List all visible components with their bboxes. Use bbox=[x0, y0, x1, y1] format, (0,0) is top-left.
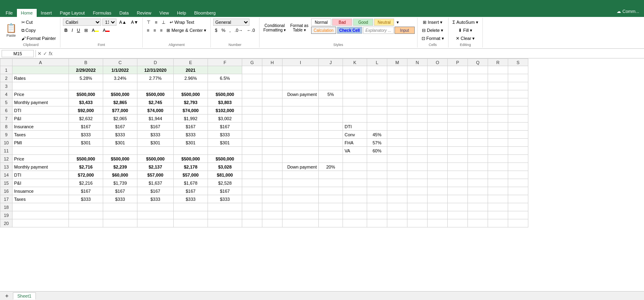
cell-N7[interactable] bbox=[407, 115, 428, 123]
clear-button[interactable]: ✕ Clear ▾ bbox=[454, 35, 476, 42]
cell-R14[interactable] bbox=[488, 171, 508, 179]
cell-I15[interactable] bbox=[283, 179, 319, 187]
cell-G18[interactable] bbox=[242, 203, 262, 211]
row-header-9[interactable]: 9 bbox=[0, 131, 12, 139]
cell-Q7[interactable] bbox=[468, 115, 488, 123]
row-header-19[interactable]: 19 bbox=[0, 211, 12, 219]
cell-R1[interactable] bbox=[488, 66, 508, 74]
cell-M14[interactable] bbox=[387, 171, 407, 179]
cell-E17[interactable]: $333 bbox=[174, 195, 208, 203]
cell-C17[interactable]: $333 bbox=[103, 195, 137, 203]
cell-A12[interactable]: Price bbox=[12, 155, 69, 163]
cell-S18[interactable] bbox=[508, 203, 528, 211]
cell-N4[interactable] bbox=[407, 90, 428, 98]
cell-A9[interactable]: Taxes bbox=[12, 131, 69, 139]
confirm-icon[interactable]: ✓ bbox=[43, 51, 47, 56]
cell-C3[interactable] bbox=[103, 82, 137, 90]
row-header-7[interactable]: 7 bbox=[0, 115, 12, 123]
cell-N6[interactable] bbox=[407, 106, 428, 115]
cell-E7[interactable]: $1,992 bbox=[174, 115, 208, 123]
cell-N2[interactable] bbox=[407, 74, 428, 82]
cell-O20[interactable] bbox=[428, 219, 448, 227]
cell-R6[interactable] bbox=[488, 106, 508, 115]
cell-J4[interactable]: 5% bbox=[319, 90, 343, 98]
cell-C8[interactable]: $167 bbox=[103, 123, 137, 131]
tab-review[interactable]: Review bbox=[133, 9, 155, 17]
cell-R17[interactable] bbox=[488, 195, 508, 203]
tab-view[interactable]: View bbox=[156, 9, 173, 17]
cell-Q3[interactable] bbox=[468, 82, 488, 90]
cell-Q20[interactable] bbox=[468, 219, 488, 227]
cell-R2[interactable] bbox=[488, 74, 508, 82]
cell-F9[interactable]: $333 bbox=[208, 131, 242, 139]
cell-A6[interactable]: DTI bbox=[12, 106, 69, 115]
wrap-text-button[interactable]: ↵ Wrap Text bbox=[168, 19, 196, 26]
cell-F8[interactable]: $167 bbox=[208, 123, 242, 131]
cell-P4[interactable] bbox=[448, 90, 468, 98]
insert-button[interactable]: ⊞ Insert ▾ bbox=[420, 19, 446, 26]
cell-O19[interactable] bbox=[428, 211, 448, 219]
cell-E19[interactable] bbox=[174, 211, 208, 219]
row-header-15[interactable]: 15 bbox=[0, 179, 12, 187]
cell-D4[interactable]: $500,000 bbox=[137, 90, 174, 98]
col-header-n[interactable]: N bbox=[407, 59, 428, 66]
cell-I2[interactable] bbox=[283, 74, 319, 82]
cell-O6[interactable] bbox=[428, 106, 448, 115]
cell-N12[interactable] bbox=[407, 155, 428, 163]
cell-K5[interactable] bbox=[343, 98, 367, 106]
row-header-3[interactable]: 3 bbox=[0, 82, 12, 90]
align-middle-button[interactable]: ≡ bbox=[153, 19, 159, 26]
cell-H10[interactable] bbox=[262, 139, 283, 147]
merge-center-button[interactable]: ⊞ Merge & Center ▾ bbox=[165, 27, 208, 34]
cell-K8[interactable]: DTI bbox=[343, 123, 367, 131]
copy-button[interactable]: ⧉ Copy bbox=[20, 27, 58, 34]
cell-R5[interactable] bbox=[488, 98, 508, 106]
sheet-tab-sheet1[interactable]: Sheet1 bbox=[13, 292, 36, 300]
cell-Q2[interactable] bbox=[468, 74, 488, 82]
cell-P19[interactable] bbox=[448, 211, 468, 219]
cell-Q12[interactable] bbox=[468, 155, 488, 163]
cell-O1[interactable] bbox=[428, 66, 448, 74]
currency-button[interactable]: $ bbox=[213, 27, 219, 34]
comma-button[interactable]: , bbox=[228, 27, 232, 34]
cell-I4[interactable]: Down payment bbox=[283, 90, 319, 98]
cell-L1[interactable] bbox=[367, 66, 387, 74]
row-header-11[interactable]: 11 bbox=[0, 147, 12, 155]
cell-F4[interactable]: $500,000 bbox=[208, 90, 242, 98]
cell-R13[interactable] bbox=[488, 163, 508, 171]
col-header-p[interactable]: P bbox=[448, 59, 468, 66]
cell-B12[interactable]: $500,000 bbox=[69, 155, 103, 163]
cell-R15[interactable] bbox=[488, 179, 508, 187]
cell-C1[interactable]: 1/1/2022 bbox=[103, 66, 137, 74]
col-header-i[interactable]: I bbox=[283, 59, 319, 66]
cell-M15[interactable] bbox=[387, 179, 407, 187]
cell-B5[interactable]: $3,433 bbox=[69, 98, 103, 106]
cell-A10[interactable]: PMI bbox=[12, 139, 69, 147]
cell-M16[interactable] bbox=[387, 187, 407, 195]
cell-J12[interactable] bbox=[319, 155, 343, 163]
tab-help[interactable]: Help bbox=[173, 9, 190, 17]
cell-S3[interactable] bbox=[508, 82, 528, 90]
format-as-table-button[interactable]: Format asTable ▾ bbox=[289, 23, 310, 30]
row-header-8[interactable]: 8 bbox=[0, 123, 12, 131]
cell-N14[interactable] bbox=[407, 171, 428, 179]
cell-K10[interactable]: FHA bbox=[343, 139, 367, 147]
cell-E5[interactable]: $2,793 bbox=[174, 98, 208, 106]
cell-S19[interactable] bbox=[508, 211, 528, 219]
cell-D9[interactable]: $333 bbox=[137, 131, 174, 139]
autosum-button[interactable]: Σ AutoSum ▾ bbox=[451, 19, 480, 26]
style-bad[interactable]: Bad bbox=[332, 19, 352, 26]
function-icon[interactable]: fx bbox=[49, 51, 52, 56]
cell-M18[interactable] bbox=[387, 203, 407, 211]
cell-C7[interactable]: $2,065 bbox=[103, 115, 137, 123]
cell-E6[interactable]: $74,000 bbox=[174, 106, 208, 115]
cell-K14[interactable] bbox=[343, 171, 367, 179]
cell-F2[interactable]: 6.5% bbox=[208, 74, 242, 82]
cell-N8[interactable] bbox=[407, 123, 428, 131]
cell-A17[interactable]: Taxes bbox=[12, 195, 69, 203]
align-center-button[interactable]: ≡ bbox=[152, 27, 158, 34]
cell-F5[interactable]: $3,803 bbox=[208, 98, 242, 106]
col-header-o[interactable]: O bbox=[428, 59, 448, 66]
cell-Q11[interactable] bbox=[468, 147, 488, 155]
cell-I8[interactable] bbox=[283, 123, 319, 131]
